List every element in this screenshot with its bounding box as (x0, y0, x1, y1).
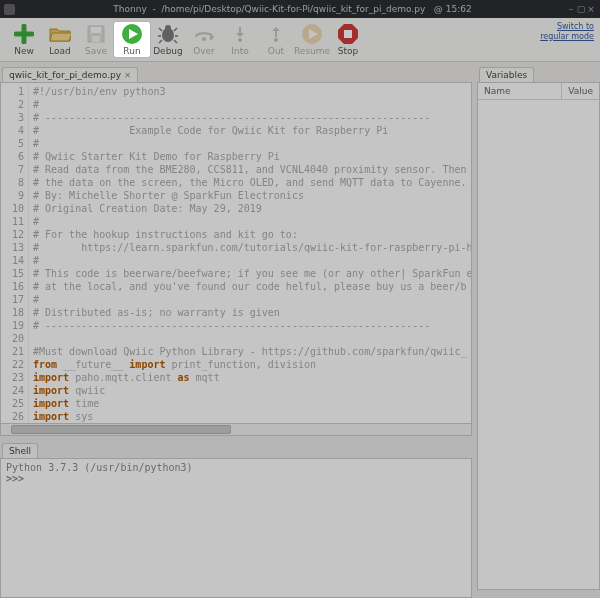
main-content: qwiic_kit_for_pi_demo.py ✕ 1234567891011… (0, 62, 600, 598)
svg-point-8 (274, 38, 278, 42)
right-pane: Variables Name Value (477, 62, 600, 598)
left-pane: qwiic_kit_for_pi_demo.py ✕ 1234567891011… (0, 62, 477, 598)
folder-open-icon (47, 23, 73, 45)
step-out-icon (263, 23, 289, 45)
minimize-button[interactable]: – (566, 4, 576, 14)
shell-panel[interactable]: Python 3.7.3 (/usr/bin/python3) >>> (0, 458, 472, 598)
svg-point-5 (165, 25, 171, 31)
resume-button: Resume (294, 23, 330, 56)
stop-icon (335, 23, 361, 45)
step-over-button: Over (186, 23, 222, 56)
code-editor[interactable]: 1234567891011121314151617181920212223242… (0, 82, 472, 424)
shell-prompt: >>> (6, 473, 466, 484)
col-name[interactable]: Name (478, 83, 562, 99)
bug-icon (155, 23, 181, 45)
editor-tab[interactable]: qwiic_kit_for_pi_demo.py ✕ (2, 67, 138, 82)
variables-tab[interactable]: Variables (479, 67, 534, 82)
editor-horizontal-scrollbar[interactable] (0, 424, 472, 436)
variables-tab-row: Variables (477, 62, 600, 82)
run-button[interactable]: Run (114, 22, 150, 57)
variables-panel: Name Value (477, 82, 600, 590)
shell-tab-row: Shell (0, 440, 472, 458)
window-titlebar: Thonny - /home/pi/Desktop/Qwiic-Kit-for-… (0, 0, 600, 18)
stop-button[interactable]: Stop (330, 23, 366, 56)
col-value[interactable]: Value (562, 83, 599, 99)
save-icon (83, 23, 109, 45)
close-tab-icon[interactable]: ✕ (124, 71, 131, 80)
svg-point-6 (202, 37, 206, 41)
line-numbers: 1234567891011121314151617181920212223242… (1, 83, 29, 423)
step-over-icon (191, 23, 217, 45)
svg-point-7 (238, 38, 242, 42)
svg-rect-1 (91, 27, 101, 33)
close-button[interactable]: × (586, 4, 596, 14)
variables-header: Name Value (478, 83, 599, 100)
load-button[interactable]: Load (42, 23, 78, 56)
step-into-button: Into (222, 23, 258, 56)
shell-tab[interactable]: Shell (2, 443, 38, 458)
window-title: Thonny - /home/pi/Desktop/Qwiic-Kit-for-… (19, 4, 566, 14)
maximize-button[interactable]: ▢ (576, 4, 586, 14)
shell-banner: Python 3.7.3 (/usr/bin/python3) (6, 462, 466, 473)
editor-tabs: qwiic_kit_for_pi_demo.py ✕ (0, 62, 472, 82)
switch-mode-link[interactable]: Switch toregular mode (540, 22, 594, 42)
save-button: Save (78, 23, 114, 56)
step-out-button: Out (258, 23, 294, 56)
svg-rect-2 (92, 36, 100, 42)
play-icon (119, 23, 145, 45)
tab-label: qwiic_kit_for_pi_demo.py (9, 70, 121, 80)
toolbar: New Load Save Run Debug Over Into Out Re… (0, 18, 600, 62)
plus-icon (11, 23, 37, 45)
svg-rect-10 (344, 30, 352, 38)
app-icon (4, 4, 15, 15)
code-area[interactable]: #!/usr/bin/env python3## ---------------… (29, 83, 471, 423)
resume-icon (299, 23, 325, 45)
scrollbar-thumb[interactable] (11, 425, 231, 434)
step-into-icon (227, 23, 253, 45)
debug-button[interactable]: Debug (150, 23, 186, 56)
new-button[interactable]: New (6, 23, 42, 56)
